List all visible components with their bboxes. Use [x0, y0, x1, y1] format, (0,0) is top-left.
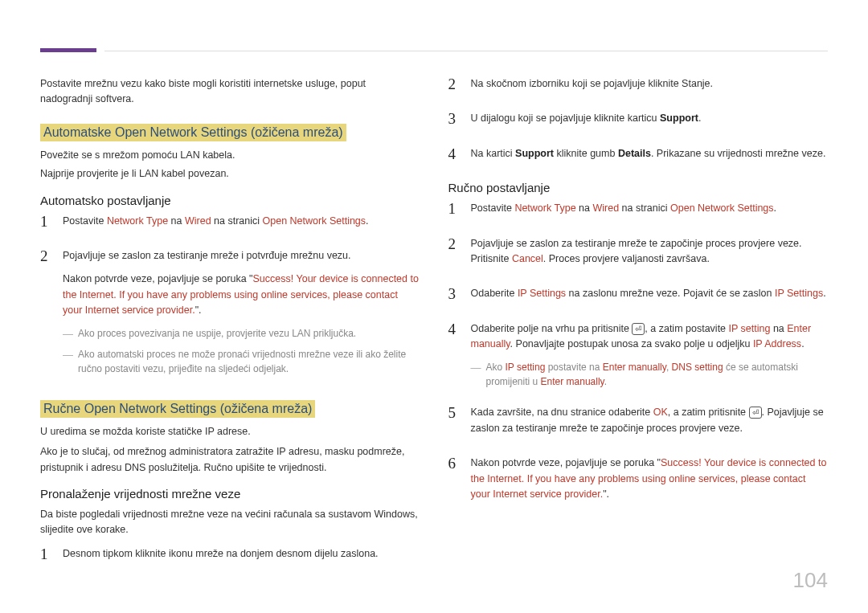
auto-step-1: 1 Postavite Network Type na Wired na str… — [40, 214, 420, 237]
dash-note-3: ― Ako IP setting postavite na Enter manu… — [471, 360, 829, 389]
auto-line1: Povežite se s mrežom pomoću LAN kabela. — [40, 148, 420, 163]
subheading-auto-setup: Automatsko postavljanje — [40, 194, 420, 207]
subheading-manual-setup: Ručno postavljanje — [448, 181, 829, 194]
left-column: Postavite mrežnu vezu kako biste mogli k… — [40, 76, 420, 581]
auto-step-2: 2 Pojavljuje se zaslon za testiranje mre… — [40, 248, 420, 381]
step-body: Postavite Network Type na Wired na stran… — [63, 214, 420, 237]
dash-icon: ― — [63, 326, 73, 342]
step-number: 2 — [448, 76, 460, 93]
step-body: Postavite Network Type na Wired na stran… — [471, 201, 829, 224]
step-number: 5 — [448, 405, 460, 422]
step-number: 2 — [40, 248, 51, 265]
find-steps-cont: 2 Na skočnom izborniku koji se pojavljuj… — [448, 76, 829, 170]
step-number: 1 — [448, 201, 460, 218]
intro-text: Postavite mrežnu vezu kako biste mogli k… — [40, 76, 420, 108]
step-body: Na skočnom izborniku koji se pojavljuje … — [471, 76, 829, 100]
dash-note-2: ― Ako automatski proces ne može pronaći … — [63, 347, 420, 376]
subheading-find-values: Pronalaženje vrijednosti mrežne veze — [40, 487, 420, 501]
section-title-auto: Automatske Open Network Settings (ožičen… — [40, 124, 346, 141]
step-body: Odaberite IP Settings na zaslonu mrežne … — [471, 286, 829, 309]
find-values-intro: Da biste pogledali vrijednosti mrežne ve… — [40, 507, 420, 538]
manual-line1: U uredima se možda koriste statičke IP a… — [40, 424, 420, 439]
manual-step-3: 3 Odaberite IP Settings na zaslonu mrežn… — [448, 286, 829, 309]
enter-icon — [749, 407, 762, 418]
manual-step-5: 5 Kada završite, na dnu stranice odaberi… — [448, 405, 829, 444]
section-title-manual: Ručne Open Network Settings (ožičena mre… — [40, 400, 315, 418]
step-number: 6 — [448, 456, 460, 472]
enter-icon — [632, 323, 645, 334]
header-divider — [104, 51, 828, 51]
dash-note-1: ― Ako proces povezivanja ne uspije, prov… — [63, 326, 420, 342]
step-body: Pojavljuje se zaslon za testiranje mreže… — [471, 236, 829, 276]
step-body: U dijalogu koji se pojavljuje kliknite k… — [471, 111, 829, 134]
page-number: 104 — [793, 568, 828, 593]
find-step-3: 3 U dijalogu koji se pojavljuje kliknite… — [448, 111, 829, 134]
right-column: 2 Na skočnom izborniku koji se pojavljuj… — [448, 76, 829, 581]
auto-steps: 1 Postavite Network Type na Wired na str… — [40, 214, 420, 381]
step-body: Desnom tipkom kliknite ikonu mreže na do… — [63, 546, 420, 570]
content-columns: Postavite mrežnu vezu kako biste mogli k… — [40, 76, 828, 581]
manual-step-2: 2 Pojavljuje se zaslon za testiranje mre… — [448, 236, 829, 276]
step-number: 1 — [40, 546, 51, 563]
auto-line2: Najprije provjerite je li LAN kabel pove… — [40, 166, 420, 182]
accent-bar — [40, 48, 96, 52]
step-body: Nakon potvrde veze, pojavljuje se poruka… — [471, 456, 829, 510]
manual-line2: Ako je to slučaj, od mrežnog administrat… — [40, 444, 420, 476]
find-step-1: 1 Desnom tipkom kliknite ikonu mreže na … — [40, 546, 420, 570]
step-number: 4 — [448, 146, 460, 163]
step-number: 3 — [448, 286, 460, 303]
manual-step-6: 6 Nakon potvrde veze, pojavljuje se poru… — [448, 456, 829, 510]
step-number: 2 — [448, 236, 460, 253]
find-step-2: 2 Na skočnom izborniku koji se pojavljuj… — [448, 76, 829, 100]
step-body: Kada završite, na dnu stranice odaberite… — [471, 405, 829, 444]
find-step-4: 4 Na kartici Support kliknite gumb Detai… — [448, 146, 829, 170]
step-body: Na kartici Support kliknite gumb Details… — [471, 146, 829, 170]
step-body: Pojavljuje se zaslon za testiranje mreže… — [63, 248, 420, 381]
step-body: Odaberite polje na vrhu pa pritisnite , … — [471, 321, 829, 394]
step-number: 1 — [40, 214, 51, 231]
manual-step-4: 4 Odaberite polje na vrhu pa pritisnite … — [448, 321, 829, 394]
manual-step-1: 1 Postavite Network Type na Wired na str… — [448, 201, 829, 224]
step-number: 3 — [448, 111, 460, 128]
dash-icon: ― — [63, 347, 73, 376]
manual-steps: 1 Postavite Network Type na Wired na str… — [448, 201, 829, 510]
find-steps: 1 Desnom tipkom kliknite ikonu mreže na … — [40, 546, 420, 570]
dash-icon: ― — [471, 360, 481, 389]
step-number: 4 — [448, 321, 460, 338]
